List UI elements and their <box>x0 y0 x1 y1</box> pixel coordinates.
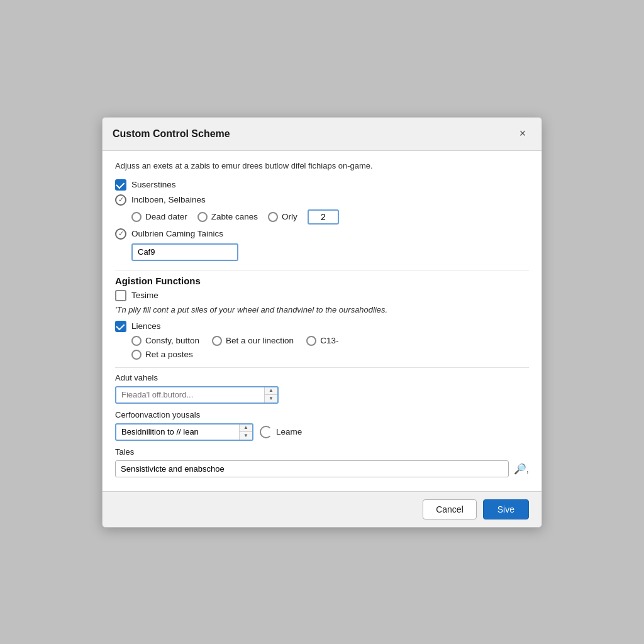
italic-description: 'Tn plly fill cont a put siles of your w… <box>115 305 529 314</box>
oulbrien-row: Oulbrien Caming Tainics <box>115 228 529 240</box>
dialog-footer: Cancel Sive <box>103 491 541 527</box>
radio-dead-dater: Dead dater <box>131 212 187 222</box>
cerfoonvaction-arrows: ▲ ▼ <box>239 425 252 440</box>
liences-label: Liences <box>131 321 161 331</box>
oulbrien-label: Oulbrien Caming Tainics <box>131 229 223 238</box>
cerfoonvaction-row: ▲ ▼ Leame <box>115 423 529 441</box>
liences-radios: Consfy, button Bet a our linection C13- … <box>131 336 529 360</box>
tales-row: 🔎, <box>115 460 529 477</box>
oulbrien-checkbox[interactable] <box>115 228 126 240</box>
suserstines-checkbox[interactable] <box>115 179 126 191</box>
divider-2 <box>115 367 529 368</box>
radio-bet-a-our-label: Bet a our linection <box>226 336 294 345</box>
adut-vahels-up[interactable]: ▲ <box>265 387 277 395</box>
radio-c13-label: C13- <box>320 336 338 345</box>
cancel-button[interactable]: Cancel <box>423 499 477 519</box>
description-text: Adjuss an exets at a zabis to emur drees… <box>115 161 529 170</box>
inclboen-section: Inclboen, Selbaines Dead dater Zabte can… <box>115 194 529 225</box>
adut-vahels-down[interactable]: ▼ <box>265 395 277 402</box>
cerfoonvaction-section: Cerfoonvaction yousals ▲ ▼ Leame <box>115 410 529 441</box>
suserstines-row: Suserstines <box>115 179 529 191</box>
tesime-row: Tesime <box>115 290 529 301</box>
inclboen-checkbox[interactable] <box>115 194 126 206</box>
dialog-title: Custom Control Scheme <box>113 128 230 140</box>
adut-vahels-label: Adut vahels <box>115 373 529 382</box>
radio-ret-a-postes-input[interactable] <box>131 350 142 360</box>
liences-row: Liences <box>115 321 529 332</box>
radio-orly-input[interactable] <box>268 212 278 222</box>
tales-input[interactable] <box>115 460 509 477</box>
oulbrien-spinner[interactable]: ▲ ▼ <box>131 243 238 261</box>
refresh-row: Leame <box>260 426 302 438</box>
cerfoonvaction-input[interactable] <box>116 425 239 439</box>
liences-checkbox[interactable] <box>115 321 126 332</box>
tesime-checkbox[interactable] <box>115 290 126 301</box>
radio-zabte-canes-label: Zabte canes <box>211 212 258 221</box>
inclboen-label: Inclboen, Selbaines <box>131 195 206 204</box>
cerfoonvaction-spinner[interactable]: ▲ ▼ <box>115 423 253 441</box>
radio-bet-a-our-input[interactable] <box>212 336 222 346</box>
adut-vahels-spinner[interactable]: ▲ ▼ <box>115 386 279 404</box>
radio-consfy: Consfy, button <box>131 336 199 346</box>
suserstines-label: Suserstines <box>131 180 176 189</box>
radio-ret-a-postes: Ret a postes <box>131 350 529 360</box>
radio-orly-label: Orly <box>282 212 297 221</box>
adut-vahels-input[interactable] <box>116 387 264 402</box>
radio-zabte-canes: Zabte canes <box>197 212 258 222</box>
refresh-icon[interactable] <box>260 426 272 438</box>
agistion-section: Agistion Functions Tesime 'Tn plly fill … <box>115 275 529 360</box>
search-icon[interactable]: 🔎, <box>514 463 529 475</box>
refresh-label: Leame <box>276 427 302 436</box>
oulbrien-spinner-input[interactable] <box>133 245 238 259</box>
oulbrien-spinner-wrapper: ▲ ▼ <box>131 243 529 261</box>
dialog-body: Adjuss an exets at a zabis to emur drees… <box>103 151 541 491</box>
agistion-heading: Agistion Functions <box>115 275 529 286</box>
cerfoonvaction-label: Cerfoonvaction yousals <box>115 410 529 419</box>
divider-1 <box>115 270 529 270</box>
radio-orly: Orly <box>268 212 297 222</box>
oulbrien-section: Oulbrien Caming Tainics ▲ ▼ <box>115 228 529 261</box>
tesime-label: Tesime <box>131 291 158 300</box>
tales-section: Tales 🔎, <box>115 447 529 477</box>
save-button[interactable]: Sive <box>483 499 529 519</box>
radio-consfy-input[interactable] <box>131 336 142 346</box>
adut-vahels-section: Adut vahels ▲ ▼ <box>115 373 529 404</box>
inclboen-row: Inclboen, Selbaines <box>115 194 529 206</box>
radio-dead-dater-input[interactable] <box>131 212 142 222</box>
custom-control-scheme-dialog: Custom Control Scheme × Adjuss an exets … <box>102 117 542 528</box>
radio-ret-a-postes-label: Ret a postes <box>145 350 193 359</box>
inclboen-radios: Dead dater Zabte canes Orly <box>131 209 529 225</box>
adut-vahels-arrows: ▲ ▼ <box>264 387 277 402</box>
cerfoonvaction-down[interactable]: ▼ <box>240 432 252 440</box>
radio-zabte-canes-input[interactable] <box>197 212 208 222</box>
radio-c13-input[interactable] <box>306 336 316 346</box>
dialog-titlebar: Custom Control Scheme × <box>103 118 541 151</box>
tales-label: Tales <box>115 447 529 457</box>
close-button[interactable]: × <box>514 125 531 143</box>
radio-consfy-label: Consfy, button <box>145 336 199 345</box>
radio-c13: C13- <box>306 336 338 346</box>
radio-dead-dater-label: Dead dater <box>145 212 187 221</box>
orly-number-input[interactable] <box>308 209 339 225</box>
cerfoonvaction-up[interactable]: ▲ <box>240 425 252 432</box>
radio-bet-a-our: Bet a our linection <box>212 336 294 346</box>
